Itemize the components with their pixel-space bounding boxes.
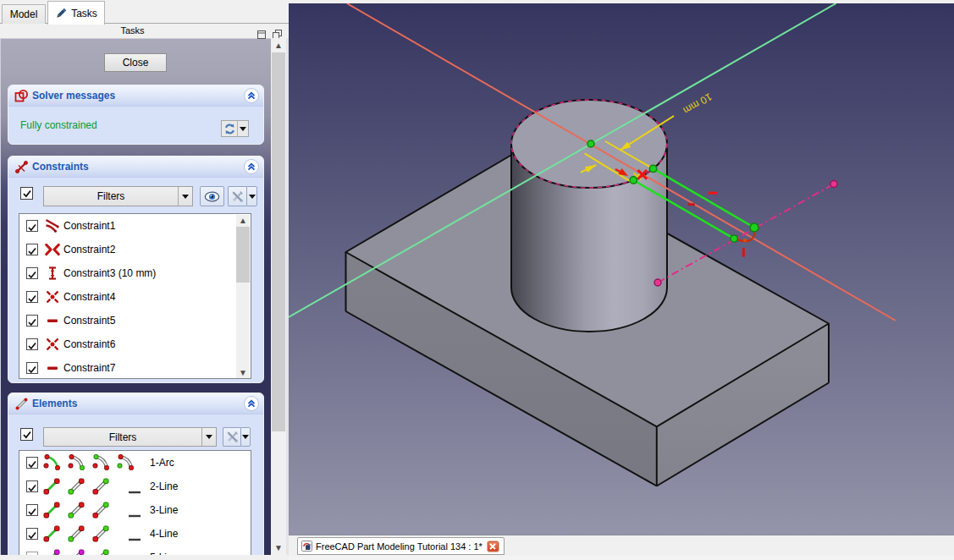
constraints-header[interactable]: Constraints	[8, 156, 263, 178]
collapse-solver-button[interactable]	[244, 88, 259, 103]
section-elements: Elements Filters	[8, 393, 264, 555]
panel-scroll-down-arrow[interactable]: ▼	[271, 541, 286, 555]
tools-icon	[226, 431, 239, 443]
line-type-icon	[128, 507, 141, 522]
horizontal-constraint-icon	[45, 360, 60, 379]
constraints-settings-button[interactable]	[228, 186, 246, 206]
scroll-down-arrow[interactable]: ▼	[236, 367, 250, 379]
constraint6-checkbox[interactable]	[26, 338, 38, 350]
constraints-list-scrollbar[interactable]: ▲ ▼	[236, 215, 250, 379]
tools-icon	[231, 190, 244, 203]
refresh-button[interactable]	[222, 121, 238, 136]
constraints-scrollbar-thumb[interactable]	[236, 227, 250, 283]
symmetric-constraint-icon	[45, 337, 60, 355]
viewport-3d[interactable]: 10 mm	[289, 3, 954, 535]
solver-messages-header[interactable]: Solver messages	[8, 85, 263, 107]
section-solver-messages: Solver messages Fully constrained	[8, 85, 264, 145]
task-panel: Close Solver messages Fully constrained	[0, 38, 271, 555]
vertical-distance-constraint-icon	[45, 266, 60, 284]
dock-icon[interactable]	[257, 27, 266, 42]
constraint-row[interactable]: Constraint5	[19, 309, 251, 332]
eye-icon	[204, 191, 220, 202]
sketch-icon	[14, 89, 29, 103]
constraint-row[interactable]: Constraint6	[19, 332, 251, 356]
constraints-settings-dropdown[interactable]	[246, 186, 257, 206]
element-row[interactable]: 4-Line	[19, 522, 251, 546]
panel-scroll-up-arrow[interactable]: ▲	[271, 38, 286, 52]
element4-checkbox[interactable]	[26, 528, 38, 540]
solver-messages-title: Solver messages	[32, 90, 115, 102]
tab-model[interactable]: Model	[2, 4, 46, 24]
constraints-filter-label: Filters	[44, 190, 178, 202]
constraint-label: Constraint4	[63, 291, 115, 303]
element-label: 3-Line	[150, 504, 178, 516]
tab-tasks[interactable]: Tasks	[47, 1, 105, 25]
tab-tasks-label: Tasks	[71, 8, 97, 19]
document-tab-close-button[interactable]	[487, 541, 499, 552]
element1-checkbox[interactable]	[26, 457, 38, 469]
tangent-constraint-icon	[45, 218, 60, 237]
constraint-row[interactable]: Constraint3 (10 mm)	[19, 261, 251, 285]
close-button[interactable]: Close	[104, 53, 167, 72]
constraint-label: Constraint3 (10 mm)	[63, 267, 156, 279]
constraints-filter-combobox[interactable]: Filters	[43, 186, 193, 206]
refresh-dropdown-button[interactable]	[238, 121, 248, 136]
constraint5-checkbox[interactable]	[26, 315, 38, 327]
element-row[interactable]: 5-Line	[19, 546, 251, 555]
constraint3-checkbox[interactable]	[26, 267, 38, 279]
document-tabbar: FreeCAD Part Modeling Tutorial 134 : 1*	[289, 535, 954, 560]
elements-settings-button[interactable]	[223, 427, 240, 447]
element3-checkbox[interactable]	[26, 504, 38, 516]
constraint2-checkbox[interactable]	[26, 244, 38, 255]
elements-settings-dropdown[interactable]	[240, 427, 251, 447]
constraint1-checkbox[interactable]	[26, 220, 38, 232]
line-type-icon	[128, 483, 141, 498]
constraint-row[interactable]: Constraint1	[19, 214, 251, 238]
constraint-row[interactable]: Constraint2	[19, 238, 251, 261]
elements-header[interactable]: Elements	[8, 393, 263, 415]
constraint4-checkbox[interactable]	[26, 291, 38, 303]
section-constraints: Constraints Filters	[8, 156, 264, 383]
panel-scrollbar-thumb[interactable]	[272, 52, 285, 431]
constraint-label: Constraint6	[63, 338, 115, 350]
line-edge-icon	[42, 524, 61, 546]
element2-checkbox[interactable]	[26, 480, 38, 492]
show-hide-constraints-button[interactable]	[200, 186, 224, 206]
constraint-label: Constraint7	[63, 362, 115, 374]
arc-centerpoint-icon	[116, 453, 135, 475]
coincident-constraint-icon	[45, 242, 60, 261]
symmetric-constraint-icon	[45, 289, 60, 308]
workspace-tabbar: Model Tasks	[0, 0, 289, 24]
elements-filter-checkbox[interactable]	[20, 428, 33, 441]
constraint-label: Constraint5	[63, 315, 115, 327]
line-startpoint-icon	[67, 524, 85, 546]
collapse-constraints-button[interactable]	[244, 159, 259, 174]
element-row[interactable]: 1-Arc	[19, 451, 251, 475]
line-endpoint-icon	[91, 524, 110, 546]
line-edge-icon	[42, 477, 61, 499]
dock-titlebar: Tasks	[0, 25, 289, 38]
arc-edge-icon	[42, 453, 61, 475]
task-panel-scrollbar[interactable]: ▲ ▼	[271, 38, 286, 555]
line-endpoint-icon	[91, 548, 110, 555]
collapse-elements-button[interactable]	[244, 396, 259, 411]
scroll-up-arrow[interactable]: ▲	[236, 215, 250, 227]
constraint7-checkbox[interactable]	[26, 362, 38, 374]
elements-filter-combo-arrow	[201, 428, 216, 446]
document-tab[interactable]: FreeCAD Part Modeling Tutorial 134 : 1*	[297, 537, 505, 555]
line-endpoint-icon	[91, 501, 110, 523]
line-type-icon	[128, 530, 141, 546]
element-row[interactable]: 2-Line	[19, 475, 251, 498]
constraint-row[interactable]: Constraint7	[19, 356, 251, 379]
elements-filter-combobox[interactable]: Filters	[43, 427, 217, 447]
constraint-row[interactable]: Constraint4	[19, 285, 251, 309]
line-edge-icon	[42, 501, 61, 523]
elements-filter-label: Filters	[44, 431, 201, 443]
element-row[interactable]: 3-Line	[19, 498, 251, 522]
constraints-filter-checkbox[interactable]	[20, 187, 33, 200]
line-endpoint-icon	[91, 477, 110, 499]
constraints-filter-combo-arrow	[178, 187, 192, 206]
panel-scrollbar-gap	[286, 38, 289, 555]
arc-startpoint-icon	[91, 453, 110, 475]
document-tabbar-rest	[289, 556, 954, 560]
